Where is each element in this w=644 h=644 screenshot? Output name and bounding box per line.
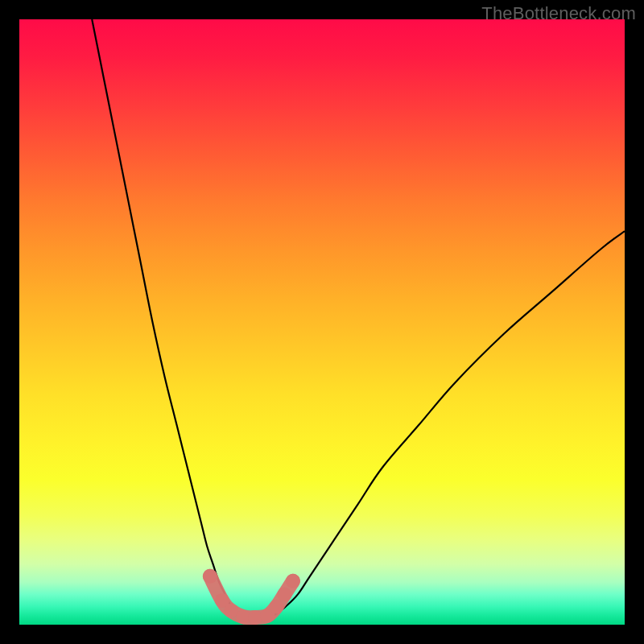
valley-marker-dot bbox=[286, 574, 300, 588]
left-curve bbox=[92, 19, 237, 616]
valley-marker-dot bbox=[203, 569, 217, 584]
watermark-text: TheBottleneck.com bbox=[481, 3, 636, 24]
chart-frame: TheBottleneck.com bbox=[0, 0, 644, 644]
valley-marker-dot bbox=[277, 587, 291, 601]
valley-marker-dot bbox=[248, 610, 262, 625]
plot-area bbox=[19, 19, 625, 625]
right-curve bbox=[274, 231, 625, 616]
valley-marker-dot bbox=[270, 599, 284, 613]
chart-svg bbox=[19, 19, 625, 625]
